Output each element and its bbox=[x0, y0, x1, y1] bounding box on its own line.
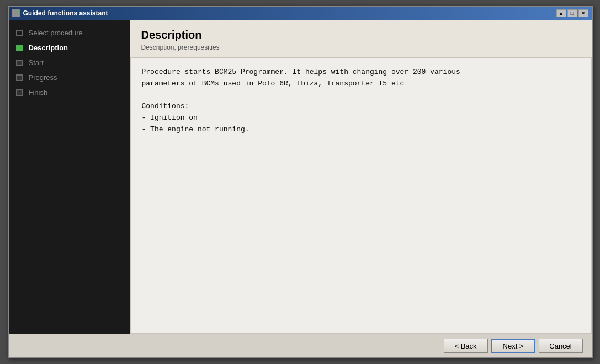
cancel-button[interactable]: Cancel bbox=[539, 339, 583, 353]
step-indicator-start bbox=[15, 59, 23, 67]
sidebar-item-finish[interactable]: Finish bbox=[9, 85, 130, 100]
minimize-button[interactable]: ▲ bbox=[556, 9, 566, 17]
sidebar-item-progress[interactable]: Progress bbox=[9, 70, 130, 85]
next-button[interactable]: Next > bbox=[491, 339, 535, 353]
main-window: Guided functions assistant ▲ □ ✕ Select … bbox=[8, 6, 593, 358]
step-indicator-finish bbox=[15, 89, 23, 97]
window-title: Guided functions assistant bbox=[23, 9, 556, 17]
sidebar-item-description[interactable]: Description bbox=[9, 40, 130, 55]
main-area: Description Description, prerequesities … bbox=[130, 20, 592, 334]
sidebar-label-select-procedure: Select procedure bbox=[29, 29, 83, 37]
svg-rect-1 bbox=[17, 10, 19, 13]
sidebar: Select procedure Description Start bbox=[9, 20, 130, 334]
sidebar-label-progress: Progress bbox=[29, 73, 57, 82]
main-body: Procedure starts BCM25 Programmer. It he… bbox=[130, 57, 592, 334]
sidebar-label-finish: Finish bbox=[29, 88, 48, 97]
svg-rect-3 bbox=[17, 14, 19, 16]
title-bar: Guided functions assistant ▲ □ ✕ bbox=[9, 7, 592, 20]
step-indicator-progress bbox=[15, 74, 23, 82]
step-indicator-description bbox=[15, 44, 23, 52]
window-icon bbox=[12, 9, 20, 17]
back-button[interactable]: < Back bbox=[444, 339, 488, 353]
sidebar-label-start: Start bbox=[29, 58, 44, 67]
main-header: Description Description, prerequesities bbox=[130, 20, 592, 57]
step-indicator-select-procedure bbox=[15, 29, 23, 37]
close-button[interactable]: ✕ bbox=[578, 9, 588, 17]
sidebar-item-start[interactable]: Start bbox=[9, 55, 130, 70]
bottom-bar: < Back Next > Cancel bbox=[9, 334, 592, 357]
window-controls: ▲ □ ✕ bbox=[556, 9, 588, 17]
sidebar-item-select-procedure[interactable]: Select procedure bbox=[9, 25, 130, 40]
sidebar-label-description: Description bbox=[29, 44, 68, 52]
main-title: Description bbox=[141, 29, 581, 41]
svg-rect-2 bbox=[13, 14, 15, 16]
description-text: Procedure starts BCM25 Programmer. It he… bbox=[142, 67, 580, 136]
maximize-button[interactable]: □ bbox=[567, 9, 577, 17]
svg-rect-0 bbox=[13, 10, 15, 13]
main-subtitle: Description, prerequesities bbox=[141, 44, 581, 51]
window-content: Select procedure Description Start bbox=[9, 20, 592, 334]
